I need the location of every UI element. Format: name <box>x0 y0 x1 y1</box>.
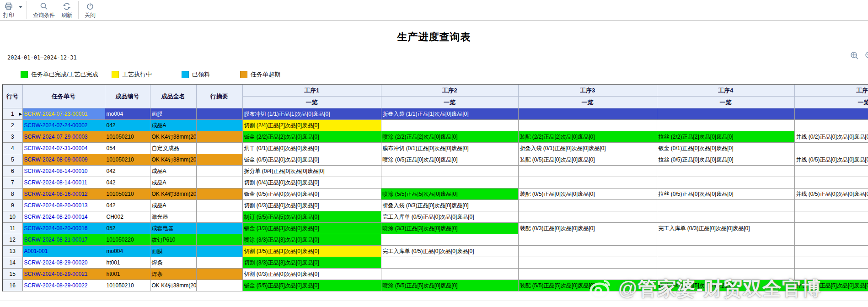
cell-product-name: 成品A <box>150 177 196 189</box>
table-row[interactable]: 15SCRW-2024-08-29-00021ht001焊条切割 (0/3)正品… <box>2 269 868 280</box>
cell-process-1: 切割 (3/3)正品[3]次品[0]废品[0] <box>242 257 381 269</box>
table-row[interactable]: 6SCRW-2024-08-14-00010042成品A拆分单 (0/4)正品[… <box>2 166 868 177</box>
legend-item: 已领料 <box>182 70 210 79</box>
order-link[interactable]: SCRW-2024-07-29-00003 <box>24 134 88 140</box>
order-link[interactable]: SCRW-2024-08-09-00009 <box>24 156 88 163</box>
cell-product-name: 自定义成品 <box>150 143 196 154</box>
order-link[interactable]: SCRW-2024-08-20-00014 <box>24 214 88 220</box>
zoom-preview-icon-2[interactable] <box>864 51 868 61</box>
cell-process-4 <box>657 211 794 223</box>
cell-process-4: 拉丝 (0/5)正品[0]次品[0]废品[0] <box>657 154 794 166</box>
order-link[interactable]: SCRW-2024-08-14-00011 <box>24 179 87 186</box>
cell-process-3: 装配 (0/5)正品[0]次品[0]废品[0] <box>518 154 657 166</box>
table-row[interactable]: 11SCRW-2024-08-20-00016052成套电器钣金 (3/3)正品… <box>2 223 868 234</box>
progress-table: 行号 任务单号 成品编号 成品全名 行摘要 工序1工序2工序3工序4工序5 一览… <box>2 84 868 291</box>
cell-seq: 9 <box>2 200 22 211</box>
table-row[interactable]: 12SCRW-2024-08-21-00017101050220纹钉P610喷涂… <box>2 234 868 246</box>
table-row[interactable]: 1▶SCRW-2024-07-23-00001mo004面膜膜布冲切 (1/1)… <box>2 108 868 120</box>
cell-order-no: SCRW-2024-08-20-00013 <box>22 200 105 211</box>
cell-product-no: 101050210 <box>105 131 150 143</box>
legend-swatch-orange <box>240 71 247 78</box>
close-label: 关闭 <box>85 11 96 19</box>
cell-process-4: 完工入库单 (0/3)正品[0]次品[0]废品[0] <box>657 223 794 234</box>
current-row-marker: ▶ <box>19 108 22 119</box>
cell-summary <box>196 223 242 234</box>
zoom-preview-icon[interactable] <box>850 51 860 61</box>
cell-process-4: 钣金 (0/1)正品[0]次品[0]废品[0] <box>657 143 794 154</box>
legend-label: 已领料 <box>192 70 210 79</box>
cell-summary <box>196 246 242 257</box>
cell-seq: 13 <box>2 246 22 257</box>
toolbar-separator <box>78 1 79 19</box>
legend-item: 工艺执行中 <box>112 70 152 79</box>
cell-product-no: 052 <box>105 223 150 234</box>
cell-seq: 2 <box>2 120 22 131</box>
table-row[interactable]: 5SCRW-2024-08-09-00009101050210OK K4钉38m… <box>2 154 868 166</box>
cell-order-no: A001-001 <box>22 246 105 257</box>
cell-order-no: SCRW-2024-08-20-00014 <box>22 211 105 223</box>
cell-process-2: 折叠入袋 (1/1)正品[1]次品[0]废品[0] <box>381 108 518 120</box>
cell-product-name: 焊条 <box>150 257 196 269</box>
table-row[interactable]: 3SCRW-2024-07-29-00003101050210OK K4钉38m… <box>2 131 868 143</box>
app-window: 打印 查询条件 刷新 <box>0 0 868 307</box>
order-link[interactable]: SCRW-2024-08-29-00020 <box>24 259 88 266</box>
table-row[interactable]: 10SCRW-2024-08-20-00014CH002激光器制订 (5/5)正… <box>2 211 868 223</box>
cell-order-no: SCRW-2024-08-14-00011 <box>22 177 105 189</box>
order-link[interactable]: SCRW-2024-08-29-00022 <box>24 282 88 289</box>
cell-process-1: 钣金 (2/2)正品[2]次品[0]废品[0] <box>242 131 381 143</box>
order-link[interactable]: SCRW-2024-08-21-00017 <box>24 237 88 243</box>
order-link[interactable]: SCRW-2024-08-29-00021 <box>24 271 88 277</box>
order-link[interactable]: SCRW-2024-08-14-00010 <box>24 168 88 174</box>
cell-process-4 <box>657 120 794 131</box>
cell-product-name: OK K4钉38mm(2000支) <box>150 131 196 143</box>
refresh-button[interactable]: 刷新 <box>58 0 75 20</box>
cell-process-1: 切割 (0/3)正品[0]次品[0]废品[0] <box>242 200 381 211</box>
table-row[interactable]: 14SCRW-2024-08-29-00020ht001焊条切割 (3/3)正品… <box>2 257 868 269</box>
cell-process-1: 烘干 (0/1)正品[0]次品[0]废品[0] <box>242 143 381 154</box>
table-row[interactable]: 9SCRW-2024-08-20-00013042成品A切割 (0/3)正品[0… <box>2 200 868 211</box>
table-row[interactable]: 7SCRW-2024-08-14-00011042成品A切割 (0/4)正品[0… <box>2 177 868 189</box>
print-button[interactable]: 打印 <box>0 0 17 20</box>
order-link[interactable]: SCRW-2024-08-20-00013 <box>24 202 88 209</box>
cell-seq: 12 <box>2 234 22 246</box>
cell-order-no: SCRW-2024-08-29-00022 <box>22 280 105 291</box>
cell-product-no: 101050210 <box>105 154 150 166</box>
cell-process-2: 完工入库单 (0/5)正品[0]次品[0]废品[0] <box>381 211 518 223</box>
cell-product-name: 焊条 <box>150 269 196 280</box>
zoom-controls <box>850 51 868 61</box>
order-link[interactable]: SCRW-2024-07-23-00001 <box>24 111 88 117</box>
cell-summary <box>196 257 242 269</box>
table-row[interactable]: 2SCRW-2024-07-24-00002042成品A切割 (2/4)正品[2… <box>2 120 868 131</box>
table-row[interactable]: 16SCRW-2024-08-29-00022101050210OK K4钉38… <box>2 280 868 291</box>
table-row[interactable]: 4SCRW-2024-07-31-00004054自定义成品烘干 (0/1)正品… <box>2 143 868 154</box>
query-conditions-button[interactable]: 查询条件 <box>30 0 58 20</box>
table-row[interactable]: 8SCRW-2024-08-16-00012101050210OK K4钉38m… <box>2 189 868 200</box>
col-header-process-5: 工序5 <box>794 84 868 97</box>
cell-summary <box>196 211 242 223</box>
cell-process-1: 钣金 (3/3)正品[3]次品[0]废品[0] <box>242 223 381 234</box>
cell-process-5 <box>794 246 868 257</box>
order-link[interactable]: SCRW-2024-07-31-00004 <box>24 145 88 151</box>
cell-summary <box>196 120 242 131</box>
cell-process-1: 拆分单 (0/4)正品[0]次品[0]废品[0] <box>242 166 381 177</box>
cell-process-1: 切割 (3/5)正品[3]次品[0]废品[0] <box>242 246 381 257</box>
cell-product-name: 成套电器 <box>150 223 196 234</box>
cell-process-5 <box>794 269 868 280</box>
order-link[interactable]: A001-001 <box>24 248 48 254</box>
cell-summary <box>196 143 242 154</box>
cell-seq: 16 <box>2 280 22 291</box>
cell-process-1: 切割 (2/4)正品[2]次品[0]废品[0] <box>242 120 381 131</box>
cell-process-4 <box>657 234 794 246</box>
print-dropdown-arrow[interactable] <box>17 0 24 20</box>
close-button[interactable]: 关闭 <box>81 0 99 20</box>
order-link[interactable]: SCRW-2024-08-16-00012 <box>24 191 88 197</box>
cell-process-2 <box>381 177 518 189</box>
cell-process-5 <box>794 108 868 120</box>
cell-process-5 <box>794 143 868 154</box>
cell-process-2 <box>381 120 518 131</box>
cell-product-no: 101050210 <box>105 280 150 291</box>
table-row[interactable]: 13A001-001mo004面膜切割 (3/5)正品[3]次品[0]废品[0]… <box>2 246 868 257</box>
order-link[interactable]: SCRW-2024-07-24-00002 <box>24 122 88 129</box>
order-link[interactable]: SCRW-2024-08-20-00016 <box>24 225 88 232</box>
cell-order-no: SCRW-2024-07-24-00002 <box>22 120 105 131</box>
